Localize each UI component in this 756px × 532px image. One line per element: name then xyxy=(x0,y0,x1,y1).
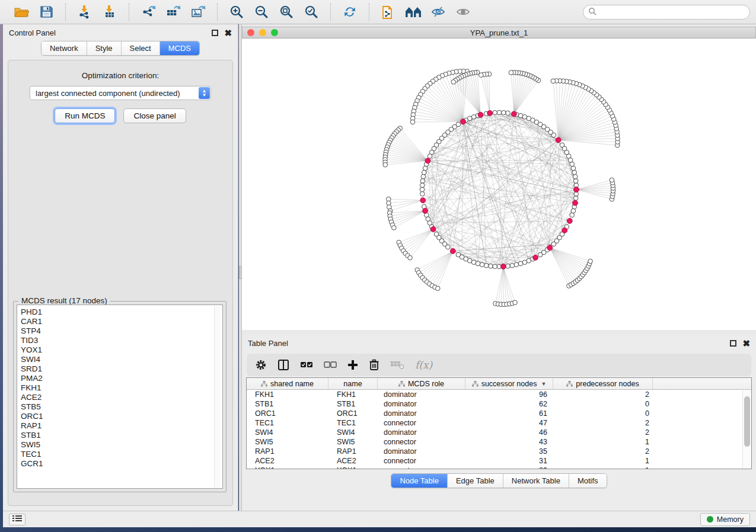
save-session-button[interactable] xyxy=(36,2,57,21)
zoom-fit-button[interactable] xyxy=(276,2,297,21)
houses-icon-button[interactable] xyxy=(403,2,424,21)
tree-column-icon xyxy=(566,381,573,387)
table-scrollbar-thumb[interactable] xyxy=(744,396,750,447)
import-table-button[interactable] xyxy=(99,2,120,21)
table-cell-filler xyxy=(653,437,751,447)
column-header-name[interactable]: name xyxy=(328,378,378,389)
close-panel-button[interactable]: Close panel xyxy=(123,108,186,123)
open-file-button[interactable] xyxy=(11,2,32,21)
mcds-result-item[interactable]: ACE2 xyxy=(21,393,222,402)
table-tab-motifs[interactable]: Motifs xyxy=(569,474,607,488)
table-row[interactable]: FKH1FKH1dominator962 xyxy=(247,390,751,399)
memory-button[interactable]: Memory xyxy=(700,513,750,526)
close-panel-icon[interactable]: ✖ xyxy=(224,30,232,36)
column-header-predecessor-nodes[interactable]: predecessor nodes xyxy=(553,378,653,389)
mcds-result-list[interactable]: PHD1CAR1STP4TID3YOX1SWI4SRD1PMA2FKH1ACE2… xyxy=(17,305,223,489)
column-header-successor-nodes[interactable]: successor nodes▼ xyxy=(465,378,553,389)
mcds-result-item[interactable]: STB5 xyxy=(21,402,222,412)
mcds-list-scrollbar[interactable] xyxy=(214,306,222,488)
table-cell-filler xyxy=(653,456,751,466)
float-table-panel-icon[interactable] xyxy=(730,340,736,347)
network-region: YPA_prune.txt_1 Table Panel ✖ f(x) share… xyxy=(239,24,756,511)
refresh-button[interactable] xyxy=(339,2,361,21)
mcds-result-item[interactable]: SWI5 xyxy=(21,440,222,450)
table-tab-network-table[interactable]: Network Table xyxy=(503,474,569,488)
search-field[interactable] xyxy=(583,5,750,20)
mcds-result-item[interactable]: GCR1 xyxy=(21,459,222,469)
float-panel-icon[interactable] xyxy=(212,30,218,36)
table-row[interactable]: ACE2ACE2connector311 xyxy=(247,456,751,466)
toolbar-separator xyxy=(330,3,331,21)
tab-network[interactable]: Network xyxy=(42,41,87,55)
horizontal-splitter[interactable] xyxy=(242,330,756,335)
network-window-titlebar[interactable]: YPA_prune.txt_1 xyxy=(242,27,756,39)
column-header-MCDS-role[interactable]: MCDS role xyxy=(378,378,465,389)
zoom-out-button[interactable] xyxy=(251,2,272,21)
zoom-selected-button[interactable] xyxy=(301,2,322,21)
table-cell: 0 xyxy=(553,409,653,418)
control-panel-tabs: NetworkStyleSelectMCDS xyxy=(41,41,200,56)
table-row[interactable]: SWI5SWI5connector431 xyxy=(247,437,751,447)
column-chooser-icon[interactable] xyxy=(277,359,289,371)
column-header-shared-name[interactable]: shared name xyxy=(247,378,328,389)
network-canvas[interactable] xyxy=(242,39,756,330)
zoom-in-button[interactable] xyxy=(226,2,247,21)
mcds-result-item[interactable]: RAP1 xyxy=(21,421,222,431)
zoom-fit-icon xyxy=(279,5,294,19)
mcds-result-item[interactable]: STB1 xyxy=(21,431,222,440)
mcds-result-item[interactable]: TID3 xyxy=(21,336,222,345)
search-input[interactable] xyxy=(599,8,745,16)
import-network-button[interactable] xyxy=(74,2,95,21)
table-scrollbar[interactable] xyxy=(742,390,751,469)
show-panel-button[interactable] xyxy=(452,2,474,21)
table-cell: 2 xyxy=(553,390,653,399)
mcds-result-item[interactable]: ORC1 xyxy=(21,412,222,421)
tab-select[interactable]: Select xyxy=(122,41,160,55)
run-mcds-button[interactable]: Run MCDS xyxy=(55,108,115,123)
optimization-criterion-dropdown[interactable]: largest connected component (undirected)… xyxy=(30,86,211,100)
hide-panel-button[interactable] xyxy=(428,2,449,21)
table-cell: YOX1 xyxy=(328,466,378,469)
mcds-result-item[interactable]: SWI4 xyxy=(21,355,222,364)
mcds-result-item[interactable]: YOX1 xyxy=(21,345,222,355)
splitter-grip[interactable] xyxy=(239,266,242,279)
network-graph[interactable] xyxy=(242,39,756,330)
table-tab-edge-table[interactable]: Edge Table xyxy=(448,474,503,488)
import-table-icon xyxy=(103,5,117,19)
vertical-splitter[interactable] xyxy=(239,24,242,511)
close-table-panel-icon[interactable]: ✖ xyxy=(742,340,750,347)
gear-icon[interactable] xyxy=(255,359,267,371)
table-cell: RAP1 xyxy=(247,447,328,456)
table-tab-node-table[interactable]: Node Table xyxy=(391,474,448,488)
table-cell: ACE2 xyxy=(328,456,378,466)
table-row[interactable]: YOX1YOX1connector291 xyxy=(247,466,751,469)
export-image-button[interactable] xyxy=(187,2,209,21)
mcds-result-item[interactable]: CAR1 xyxy=(21,317,222,326)
search-icon xyxy=(588,7,596,17)
table-row[interactable]: STB1STB1dominator620 xyxy=(247,399,751,409)
mcds-result-item[interactable]: STP4 xyxy=(21,326,222,336)
delete-icon[interactable] xyxy=(369,359,379,371)
deselect-all-icon[interactable] xyxy=(324,361,337,369)
table-row[interactable]: RAP1RAP1dominator352 xyxy=(247,447,751,456)
mcds-result-item[interactable]: SRD1 xyxy=(21,364,222,374)
export-table-button[interactable] xyxy=(162,2,184,21)
tab-mcds[interactable]: MCDS xyxy=(160,41,199,55)
mcds-result-item[interactable]: PHD1 xyxy=(21,307,222,317)
mcds-result-item[interactable]: PMA2 xyxy=(21,374,222,383)
table-row[interactable]: TEC1TEC1connector472 xyxy=(247,418,751,428)
table-row[interactable]: SWI4SWI4dominator462 xyxy=(247,428,751,437)
toolbar-separator xyxy=(65,3,66,21)
eye-slash-icon xyxy=(430,5,446,18)
add-icon[interactable] xyxy=(347,360,358,370)
mcds-result-item[interactable]: FKH1 xyxy=(21,383,222,393)
export-network-button[interactable] xyxy=(138,2,159,21)
table-cell: 43 xyxy=(465,437,553,447)
tab-style[interactable]: Style xyxy=(87,41,122,55)
select-all-icon[interactable] xyxy=(300,361,313,369)
share-network-button[interactable] xyxy=(378,2,399,21)
table-row[interactable]: ORC1ORC1dominator610 xyxy=(247,409,751,418)
export-network-icon xyxy=(141,5,156,19)
mcds-result-item[interactable]: TEC1 xyxy=(21,450,222,459)
task-history-button[interactable] xyxy=(9,514,25,525)
